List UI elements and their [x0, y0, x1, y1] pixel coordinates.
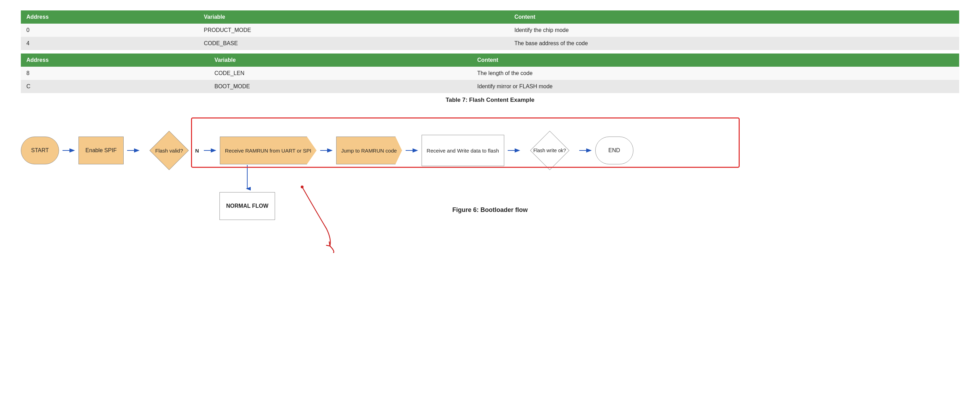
arrow-2: [124, 147, 143, 154]
vertical-arrow-normal-flow: NORMAL FLOW: [220, 164, 275, 220]
flowchart-main-row: START Enable SPIF Flash valid?: [21, 121, 959, 180]
cell-address: 4: [21, 37, 198, 50]
normal-flow-node: NORMAL FLOW: [220, 192, 275, 220]
arrow-5: [402, 147, 422, 154]
col-header-address-1: Address: [21, 10, 198, 24]
table-row: 4 CODE_BASE The base address of the code: [21, 37, 959, 50]
cell-content: The length of the code: [472, 67, 959, 80]
table-row: C BOOT_MODE Identify mirror or FLASH mod…: [21, 80, 959, 93]
col-header-variable-2: Variable: [209, 54, 472, 67]
cell-variable: CODE_LEN: [209, 67, 472, 80]
cell-content: Identify the chip mode: [509, 24, 959, 37]
figure-caption: Figure 6: Bootloader flow: [21, 206, 959, 214]
flash-valid-node: Flash valid?: [143, 131, 195, 169]
table-row: 0 PRODUCT_MODE Identify the chip mode: [21, 24, 959, 37]
receive-ramrun-node: Receive RAMRUN from UART or SPI: [220, 137, 317, 164]
cell-variable: PRODUCT_MODE: [198, 24, 509, 37]
arrow-7: [576, 147, 595, 154]
arrow-3: [200, 147, 220, 154]
n-arrow-group: N: [195, 147, 220, 154]
col-header-content-2: Content: [472, 54, 959, 67]
table-row: 8 CODE_LEN The length of the code: [21, 67, 959, 80]
arrow-4: [317, 147, 336, 154]
arrow-1: [59, 147, 78, 154]
enable-spif-node: Enable SPIF: [78, 137, 124, 164]
cell-address: 0: [21, 24, 198, 37]
cell-address: 8: [21, 67, 209, 80]
n-label: N: [195, 148, 199, 153]
flash-write-ok-node: Flash write ok?: [524, 131, 576, 169]
receive-write-node: Receive and Write data to flash: [422, 135, 504, 166]
jump-ramrun-node: Jump to RAMRUN code: [336, 137, 402, 164]
table-1: Address Variable Content 0 PRODUCT_MODE …: [21, 10, 959, 50]
red-annotation-arrow: [281, 183, 351, 254]
table-caption: Table 7: Flash Content Example: [21, 97, 959, 104]
svg-point-8: [301, 185, 304, 188]
start-node: START: [21, 137, 59, 164]
cell-content: Identify mirror or FLASH mode: [472, 80, 959, 93]
flowchart-section: START Enable SPIF Flash valid?: [21, 114, 959, 214]
col-header-content-1: Content: [509, 10, 959, 24]
cell-variable: CODE_BASE: [198, 37, 509, 50]
table-2: Address Variable Content 8 CODE_LEN The …: [21, 54, 959, 93]
arrow-6: [504, 147, 524, 154]
cell-variable: BOOT_MODE: [209, 80, 472, 93]
col-header-address-2: Address: [21, 54, 209, 67]
col-header-variable-1: Variable: [198, 10, 509, 24]
cell-address: C: [21, 80, 209, 93]
end-node: END: [595, 137, 633, 164]
cell-content: The base address of the code: [509, 37, 959, 50]
